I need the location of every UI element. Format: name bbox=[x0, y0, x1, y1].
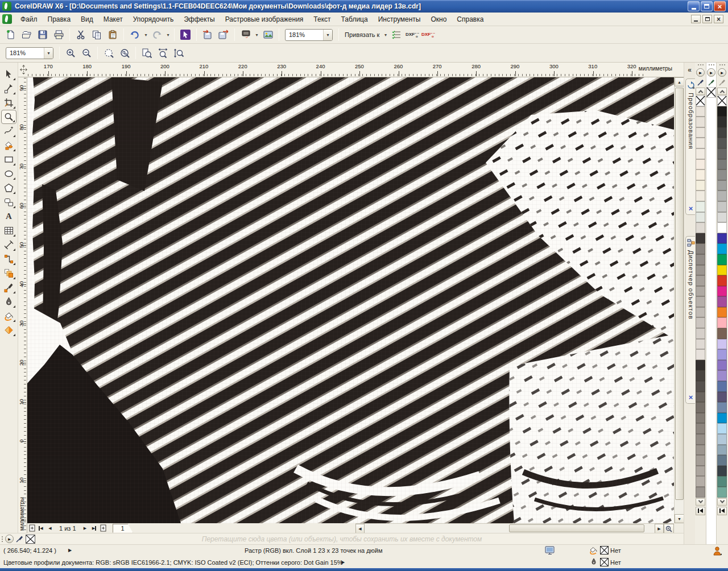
color-swatch[interactable] bbox=[696, 328, 705, 339]
vertical-scroll-thumb[interactable] bbox=[675, 88, 684, 500]
color-swatch[interactable] bbox=[717, 148, 727, 159]
user-account-icon[interactable] bbox=[712, 546, 722, 557]
color-swatch[interactable] bbox=[717, 254, 727, 265]
add-page-button-2[interactable] bbox=[99, 524, 108, 532]
color-swatch[interactable] bbox=[696, 180, 705, 191]
menu-item[interactable]: Окно bbox=[425, 14, 452, 25]
zoom-to-page-width-button[interactable] bbox=[155, 46, 170, 60]
print-button[interactable] bbox=[51, 28, 66, 42]
outline-color-indicator[interactable]: Нет bbox=[589, 558, 621, 566]
menu-item[interactable]: Файл bbox=[15, 14, 43, 25]
color-swatch[interactable] bbox=[717, 455, 727, 466]
color-swatch[interactable] bbox=[717, 243, 727, 254]
application-launcher-button[interactable] bbox=[238, 28, 253, 42]
color-swatch[interactable] bbox=[696, 317, 705, 328]
zoom-out-button[interactable] bbox=[79, 46, 94, 60]
color-swatch[interactable] bbox=[717, 169, 727, 180]
export-button[interactable] bbox=[216, 28, 231, 42]
color-swatch[interactable] bbox=[696, 423, 705, 434]
paste-button[interactable] bbox=[105, 28, 120, 42]
color-swatch[interactable] bbox=[696, 159, 705, 170]
first-page-button[interactable]: ◀ bbox=[36, 524, 46, 532]
last-page-button[interactable]: ▶ bbox=[90, 524, 99, 532]
color-swatch[interactable] bbox=[696, 370, 705, 381]
menu-item[interactable]: Правка bbox=[43, 14, 76, 25]
no-color-swatch[interactable] bbox=[26, 535, 35, 544]
color-swatch[interactable] bbox=[717, 191, 727, 201]
snap-to-label[interactable]: Привязать к bbox=[342, 31, 382, 38]
color-swatch[interactable] bbox=[717, 212, 727, 223]
color-swatch[interactable] bbox=[696, 434, 705, 445]
color-swatch[interactable] bbox=[717, 339, 727, 350]
doc-close-button[interactable]: × bbox=[714, 15, 723, 23]
color-swatch[interactable] bbox=[696, 254, 705, 265]
color-swatch[interactable] bbox=[696, 275, 705, 286]
search-content-button[interactable] bbox=[178, 28, 193, 42]
no-color-swatch[interactable] bbox=[706, 87, 716, 98]
save-button[interactable] bbox=[35, 28, 50, 42]
ellipse-tool[interactable] bbox=[1, 167, 16, 181]
restore-button[interactable] bbox=[701, 1, 713, 11]
undo-button[interactable] bbox=[127, 28, 142, 42]
shape-tool[interactable] bbox=[1, 81, 16, 96]
snap-to-caret[interactable]: ▾ bbox=[383, 32, 388, 38]
color-swatch[interactable] bbox=[717, 275, 727, 286]
color-swatch[interactable] bbox=[717, 317, 727, 328]
color-swatch[interactable] bbox=[696, 127, 705, 138]
outline-pen-tool[interactable] bbox=[1, 295, 16, 309]
welcome-screen-button[interactable] bbox=[260, 28, 275, 42]
color-swatch[interactable] bbox=[696, 138, 705, 148]
drawing-canvas[interactable] bbox=[27, 77, 674, 523]
color-swatch[interactable] bbox=[696, 212, 705, 223]
polygon-tool[interactable] bbox=[1, 181, 16, 195]
new-document-button[interactable] bbox=[3, 28, 18, 42]
zoom-tool[interactable] bbox=[1, 110, 16, 124]
zoom-in-button[interactable] bbox=[63, 46, 78, 60]
menu-item[interactable]: Таблица bbox=[336, 14, 373, 25]
previous-page-button[interactable]: ◀ bbox=[46, 524, 55, 532]
no-color-swatch[interactable] bbox=[717, 96, 727, 106]
zoom-levels-caret[interactable]: ▾ bbox=[44, 48, 53, 59]
redo-dropdown-caret[interactable]: ▾ bbox=[166, 32, 171, 38]
pick-tool[interactable] bbox=[1, 67, 16, 81]
color-swatch[interactable] bbox=[717, 307, 727, 318]
menu-item[interactable]: Вид bbox=[76, 14, 98, 25]
copy-button[interactable] bbox=[89, 28, 104, 42]
menu-item[interactable]: Упорядочить bbox=[128, 14, 179, 25]
color-swatch[interactable] bbox=[717, 328, 727, 339]
menu-item[interactable]: Растровые изображения bbox=[220, 14, 309, 25]
vertical-ruler[interactable]: 908070605040302010010 миллиметры bbox=[18, 77, 27, 533]
palette-eyedropper-icon[interactable] bbox=[708, 78, 715, 87]
color-swatch[interactable] bbox=[696, 413, 705, 424]
palette-scroll-down-button[interactable] bbox=[717, 498, 727, 506]
docker-tab-transformations[interactable]: Преобразования × bbox=[685, 78, 696, 215]
docker-close-icon[interactable]: × bbox=[689, 394, 693, 401]
add-page-button[interactable] bbox=[27, 524, 36, 532]
color-swatch[interactable] bbox=[696, 148, 705, 159]
color-eyedropper-tool[interactable] bbox=[1, 280, 16, 295]
color-swatch[interactable] bbox=[696, 381, 705, 392]
color-swatch[interactable] bbox=[717, 138, 727, 148]
palette-expand-button[interactable] bbox=[696, 507, 705, 515]
fill-color-indicator[interactable]: Нет bbox=[589, 546, 621, 555]
color-swatch[interactable] bbox=[696, 243, 705, 254]
color-swatch[interactable] bbox=[696, 117, 705, 127]
palette-drag-handle[interactable] bbox=[719, 63, 725, 67]
export-dxf-red-button[interactable]: DXF⌐–o bbox=[421, 28, 436, 42]
palette-scroll-up-button[interactable] bbox=[696, 88, 705, 95]
palette-drag-handle[interactable] bbox=[709, 63, 714, 67]
color-swatch[interactable] bbox=[696, 169, 705, 180]
next-page-button[interactable]: ▶ bbox=[81, 524, 90, 532]
coords-flyout-arrow[interactable]: ▶ bbox=[68, 548, 72, 553]
menu-item[interactable]: Справка bbox=[452, 14, 489, 25]
blend-tool[interactable] bbox=[1, 266, 16, 280]
color-swatch[interactable] bbox=[696, 360, 705, 371]
text-tool[interactable]: А bbox=[1, 209, 16, 224]
scroll-down-button[interactable]: ▼ bbox=[675, 514, 684, 523]
color-swatch[interactable] bbox=[717, 476, 727, 487]
table-tool[interactable] bbox=[1, 224, 16, 238]
horizontal-scrollbar[interactable]: ◀ ▶ bbox=[355, 523, 674, 533]
color-swatch[interactable] bbox=[717, 349, 727, 360]
palette-expand-button[interactable] bbox=[717, 507, 727, 515]
no-color-swatch[interactable] bbox=[696, 96, 705, 106]
